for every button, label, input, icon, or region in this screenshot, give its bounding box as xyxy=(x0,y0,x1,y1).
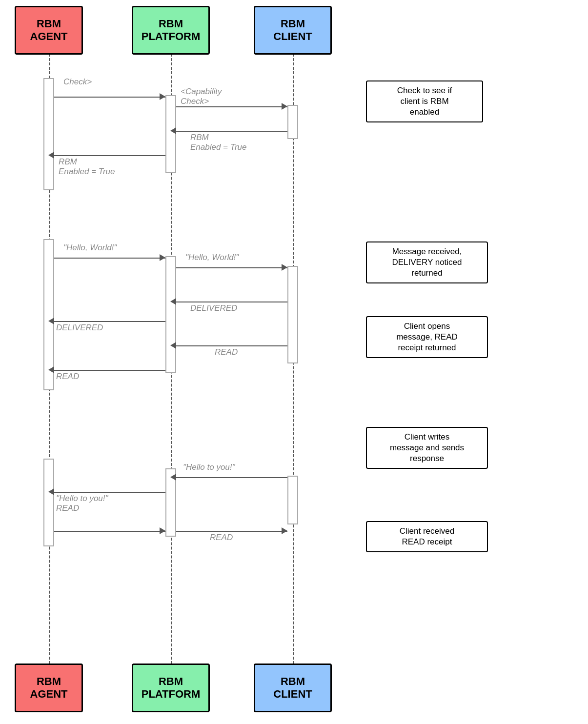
rbm-enabled-arrow-2 xyxy=(54,155,165,156)
agent-label-bottom: RBMAGENT xyxy=(30,675,68,701)
platform-activation-1 xyxy=(165,95,176,173)
hello-to-you-arrowhead-1 xyxy=(170,474,176,481)
hello-arrow-2 xyxy=(176,267,287,268)
client-actor-top: RBMCLIENT xyxy=(254,6,332,55)
note-capability: Check to see ifclient is RBMenabled xyxy=(366,80,483,122)
delivered-arrowhead-1 xyxy=(170,298,176,305)
rbm-enabled-label-2: RBMEnabled = True xyxy=(59,157,115,177)
platform-label-bottom: RBMPLATFORM xyxy=(142,675,201,701)
platform-label-top: RBMPLATFORM xyxy=(142,18,201,43)
delivered-arrow-2 xyxy=(54,321,165,322)
cap-check-arrowhead-2 xyxy=(282,103,287,110)
hello-arrowhead-1 xyxy=(160,254,165,261)
client-activation-3 xyxy=(287,476,298,524)
read-label-2: READ xyxy=(56,372,79,382)
hello-to-you-label-2: "Hello to you!"READ xyxy=(56,494,108,513)
platform-activation-2 xyxy=(165,256,176,373)
delivered-label-2: DELIVERED xyxy=(56,323,103,333)
hello-to-you-arrowhead-2 xyxy=(48,488,54,495)
note-read-receipt: Client opensmessage, READreceipt returne… xyxy=(366,316,488,358)
cap-check-arrowhead-1 xyxy=(160,93,165,100)
rbm-enabled-arrowhead-1 xyxy=(170,127,176,134)
hello-arrow-1 xyxy=(54,258,165,259)
client-actor-bottom: RBMCLIENT xyxy=(254,664,332,712)
delivered-arrowhead-2 xyxy=(48,318,54,324)
read-label-1: READ xyxy=(215,347,238,357)
hello-to-you-arrow-1 xyxy=(176,477,287,478)
hello-label-2: "Hello, World!" xyxy=(185,253,239,262)
read-arrowhead-2 xyxy=(48,366,54,373)
read-arrow-1 xyxy=(176,345,287,346)
hello-to-you-arrow-2 xyxy=(54,492,165,493)
note-client-read: Client receivedREAD receipt xyxy=(366,521,488,552)
hello-to-you-label-1: "Hello to you!" xyxy=(183,463,235,472)
note-client-writes: Client writesmessage and sendsresponse xyxy=(366,427,488,469)
cap-check-label-2: <CapabilityCheck> xyxy=(181,87,249,106)
delivered-arrow-1 xyxy=(176,302,287,302)
cap-check-label-1: Check> xyxy=(63,77,127,87)
agent-label-top: RBMAGENT xyxy=(30,18,68,43)
read-arrowhead-3 xyxy=(160,527,165,534)
read-label-4: READ xyxy=(210,533,233,543)
client-label-bottom: RBMCLIENT xyxy=(273,675,312,701)
note-delivery: Message received,DELIVERY noticedreturne… xyxy=(366,241,488,283)
agent-activation-1 xyxy=(43,78,54,190)
cap-check-arrow-2 xyxy=(176,106,287,107)
rbm-enabled-label-1: RBMEnabled = True xyxy=(190,133,246,152)
read-arrowhead-1 xyxy=(170,342,176,349)
client-activation-1 xyxy=(287,105,298,139)
read-arrowhead-4 xyxy=(282,527,287,534)
rbm-enabled-arrowhead-2 xyxy=(48,152,54,159)
read-arrow-4 xyxy=(176,531,287,532)
hello-arrowhead-2 xyxy=(282,264,287,271)
delivered-label-1: DELIVERED xyxy=(190,303,237,313)
cap-check-arrow-1 xyxy=(54,97,165,98)
client-label-top: RBMCLIENT xyxy=(273,18,312,43)
platform-actor-bottom: RBMPLATFORM xyxy=(132,664,210,712)
hello-label-1: "Hello, World!" xyxy=(63,243,117,253)
platform-actor-top: RBMPLATFORM xyxy=(132,6,210,55)
read-arrow-3 xyxy=(54,531,165,532)
client-activation-2 xyxy=(287,266,298,363)
rbm-enabled-arrow-1 xyxy=(176,131,287,132)
agent-actor-top: RBMAGENT xyxy=(15,6,83,55)
read-arrow-2 xyxy=(54,370,165,371)
agent-activation-3 xyxy=(43,459,54,546)
agent-actor-bottom: RBMAGENT xyxy=(15,664,83,712)
